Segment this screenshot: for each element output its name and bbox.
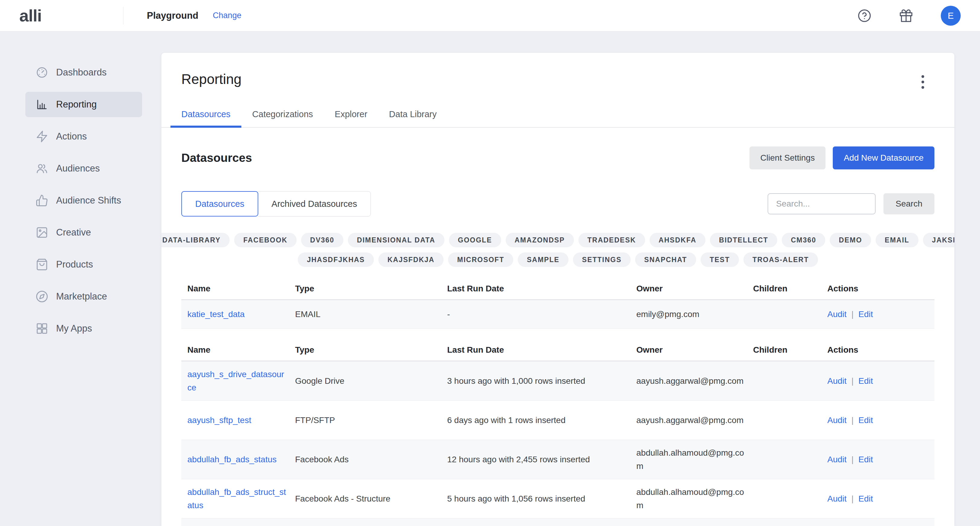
tag-pill[interactable]: EMAIL [876,233,918,247]
reporting-card: Reporting Datasources Categorizations Ex… [161,53,955,526]
page-title: Reporting [181,71,241,87]
datasource-type: Facebook Ads [295,453,447,466]
partial-next-row [181,518,934,526]
tag-pill[interactable]: DEMO [830,233,871,247]
kebab-menu-icon[interactable] [919,73,927,91]
alli-logo[interactable]: alli [19,6,41,26]
datasource-type: Facebook Ads - Structure [295,492,447,505]
tag-pill[interactable]: SETTINGS [573,252,631,267]
change-workspace-link[interactable]: Change [213,11,241,20]
gift-icon[interactable] [899,9,913,23]
datasource-name-link[interactable]: katie_test_data [188,309,245,319]
datasource-type: EMAIL [295,308,447,321]
tag-pill[interactable]: KAJSFDKJA [379,252,444,267]
audit-link[interactable]: Audit [827,455,846,464]
edit-link[interactable]: Edit [858,416,873,425]
table-row: aayush_s_drive_datasource Google Drive 3… [181,362,934,401]
tag-pill[interactable]: DV360 [301,233,344,247]
sidebar-item-label: Actions [56,131,87,142]
add-new-datasource-button[interactable]: Add New Datasource [833,147,934,169]
tag-pill[interactable]: FACEBOOK [234,233,296,247]
sidebar-item-audience-shifts[interactable]: Audience Shifts [25,188,142,213]
tag-pill[interactable]: ALLI-DATA-LIBRARY [161,233,230,247]
edit-link[interactable]: Edit [858,494,873,503]
tag-pill[interactable]: TROAS-ALERT [743,252,818,267]
help-icon[interactable] [858,9,871,23]
sidebar-item-label: Dashboards [56,67,107,78]
section-heading: Datasources [181,151,252,164]
audit-link[interactable]: Audit [827,376,846,386]
zap-icon [36,130,48,143]
sidebar-item-products[interactable]: Products [25,252,142,277]
tag-pill[interactable]: GOOGLE [449,233,501,247]
tag-pill[interactable]: SAMPLE [518,252,568,267]
edit-link[interactable]: Edit [858,455,873,464]
table-header-row: Name Type Last Run Date Owner Children A… [181,339,934,362]
users-icon [36,162,48,175]
apps-grid-icon [36,322,48,335]
toggle-datasources[interactable]: Datasources [181,191,258,217]
sidebar-item-actions[interactable]: Actions [25,124,142,149]
table-row: abdullah_fb_ads_struct_status Facebook A… [181,479,934,518]
datasource-name-link[interactable]: abdullah_fb_ads_struct_status [188,487,286,510]
shopping-bag-icon [36,258,48,271]
sidebar-item-label: Audience Shifts [56,195,121,206]
search-button[interactable]: Search [883,193,934,214]
toggle-archived-datasources[interactable]: Archived Datasources [258,191,371,217]
edit-link[interactable]: Edit [858,376,873,386]
sidebar-item-label: Reporting [56,99,97,110]
action-separator: | [851,416,854,425]
datasource-view-toggle: Datasources Archived Datasources [181,191,371,217]
datasource-owner: abdullah.alhamoud@pmg.com [636,446,753,473]
user-avatar[interactable]: E [941,6,961,26]
tag-pill[interactable]: CM360 [782,233,825,247]
sidebar-item-label: My Apps [56,323,92,334]
column-header-name: Name [181,345,295,355]
column-header-type: Type [295,284,447,293]
sidebar-item-my-apps[interactable]: My Apps [25,316,142,341]
sidebar-item-reporting[interactable]: Reporting [25,92,142,117]
audit-link[interactable]: Audit [827,494,846,503]
sidebar-item-label: Audiences [56,163,100,174]
tab-datasources[interactable]: Datasources [170,103,241,128]
top-bar: alli Playground Change E [0,0,980,32]
compass-icon [36,290,48,303]
tab-bar: Datasources Categorizations Explorer Dat… [170,103,934,128]
datasource-name-link[interactable]: aayush_sftp_test [188,416,251,425]
datasource-name-link[interactable]: aayush_s_drive_datasource [188,370,284,392]
tab-data-library[interactable]: Data Library [378,103,447,128]
tag-pill[interactable]: TRADEDESK [578,233,645,247]
column-header-name: Name [181,284,295,293]
column-header-last-run: Last Run Date [447,284,636,293]
tag-pill[interactable]: AMAZONDSP [506,233,574,247]
sidebar-item-marketplace[interactable]: Marketplace [25,284,142,309]
tag-pill[interactable]: JAKSHDFA [923,233,955,247]
datasource-type: Google Drive [295,375,447,387]
client-settings-button[interactable]: Client Settings [749,147,826,169]
sidebar-item-dashboards[interactable]: Dashboards [25,60,142,85]
tag-pill[interactable]: DIMENSIONAL DATA [348,233,444,247]
audit-link[interactable]: Audit [827,309,846,319]
sidebar-item-label: Marketplace [56,291,107,302]
datasource-table-main: Name Type Last Run Date Owner Children A… [181,339,934,526]
tag-pill[interactable]: BIDTELLECT [710,233,777,247]
tab-categorizations[interactable]: Categorizations [241,103,324,128]
tag-pill[interactable]: AHSDKFA [650,233,705,247]
search-input[interactable] [768,193,876,214]
audit-link[interactable]: Audit [827,416,846,425]
datasource-name-link[interactable]: abdullah_fb_ads_status [188,455,277,464]
tag-pill[interactable]: TEST [701,252,739,267]
image-icon [36,226,48,239]
column-header-actions: Actions [827,345,934,355]
datasource-last-run: 12 hours ago with 2,455 rows inserted [447,453,636,466]
thumbs-up-icon [36,194,48,207]
sidebar-item-audiences[interactable]: Audiences [25,156,142,181]
table-header-row: Name Type Last Run Date Owner Children A… [181,278,934,300]
edit-link[interactable]: Edit [858,309,873,319]
tab-explorer[interactable]: Explorer [324,103,378,128]
tag-pill[interactable]: SNAPCHAT [635,252,696,267]
sidebar-item-creative[interactable]: Creative [25,220,142,245]
tag-pill[interactable]: JHASDFJKHAS [298,252,374,267]
tag-pill[interactable]: MICROSOFT [448,252,513,267]
datasource-type: FTP/SFTP [295,414,447,427]
